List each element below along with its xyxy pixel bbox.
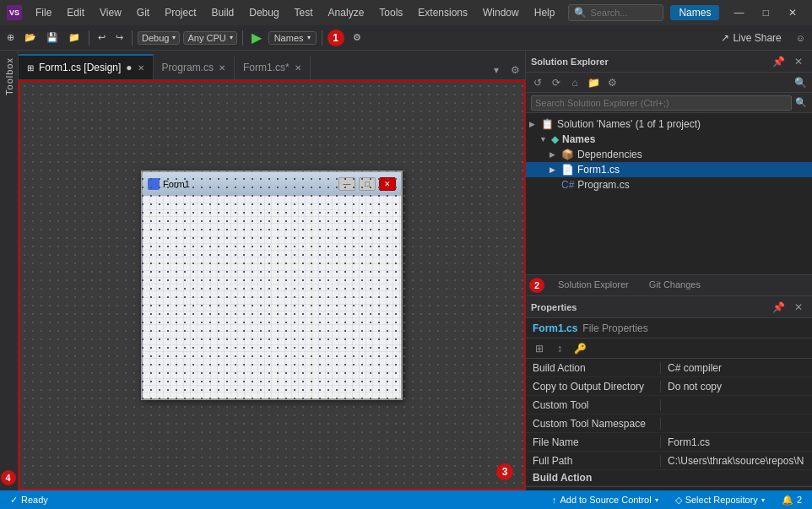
run-config-dropdown[interactable]: Names ▾ (268, 31, 317, 45)
menu-build[interactable]: Build (205, 5, 241, 20)
bell-icon: 🔔 (782, 495, 793, 506)
close-button[interactable]: ✕ (780, 4, 805, 21)
panel-title: Solution Explorer (531, 57, 766, 67)
tab-close-icon[interactable]: ✕ (219, 63, 225, 73)
form-icon: 📄 (561, 164, 574, 176)
feedback-button[interactable]: ☺ (793, 31, 809, 45)
undo-button[interactable]: ↩ (95, 30, 109, 45)
menu-file[interactable]: File (29, 5, 58, 20)
prop-value-full-path: C:\Users\thrak\source\repos\N (661, 455, 810, 467)
notifications-button[interactable]: 🔔 2 (778, 495, 805, 506)
ready-icon: ✓ (10, 495, 18, 506)
menu-help[interactable]: Help (528, 5, 562, 20)
se-home-button[interactable]: ⌂ (566, 74, 583, 91)
se-programcs-label: Program.cs (577, 179, 629, 191)
select-repository-button[interactable]: ◇ Select Repository ▾ (672, 495, 768, 506)
maximize-button[interactable]: □ (753, 4, 778, 21)
tab-solution-explorer[interactable]: Solution Explorer (548, 277, 639, 294)
prop-name-full-path: Full Path (526, 455, 661, 467)
se-item-dependencies[interactable]: ▶ 📦 Dependencies (526, 147, 812, 162)
tab-form1-design[interactable]: ⊞ Form1.cs [Design] ● ✕ (19, 54, 154, 79)
run-button[interactable]: ▶ (248, 30, 265, 46)
designer-canvas[interactable]: Form1 — □ ✕ 3 (19, 80, 525, 490)
save-button[interactable]: 💾 (43, 30, 62, 45)
prop-name-copy-output: Copy to Output Directory (526, 381, 661, 393)
se-pin-button[interactable]: 📌 (770, 53, 787, 70)
menu-window[interactable]: Window (476, 5, 526, 20)
se-item-form1cs[interactable]: ▶ 📄 Form1.cs (526, 162, 812, 177)
toolbox-tab[interactable]: Toolbox (2, 51, 17, 102)
prop-value-file-name: Form1.cs (661, 436, 717, 448)
se-item-names[interactable]: ▼ ◆ Names (526, 132, 812, 147)
se-close-button[interactable]: ✕ (790, 53, 807, 70)
tab-settings-button[interactable]: ⚙ (506, 61, 525, 79)
tab-close-icon[interactable]: ✕ (138, 63, 144, 73)
properties-title-bar: Properties 📌 ✕ (526, 296, 812, 318)
prop-pin-button[interactable]: 📌 (770, 299, 787, 316)
se-show-files-button[interactable]: 📁 (585, 74, 602, 91)
menu-debug[interactable]: Debug (242, 5, 285, 20)
se-item-programcs[interactable]: C# Program.cs (526, 177, 812, 192)
menu-analyze[interactable]: Analyze (322, 5, 371, 20)
props-grid-icon[interactable]: ⊞ (531, 340, 548, 357)
menu-extensions[interactable]: Extensions (411, 5, 474, 20)
solution-icon: 📋 (541, 118, 554, 130)
save-all-button[interactable]: 📁 (65, 30, 84, 45)
chevron-down-icon: ▾ (655, 496, 658, 504)
ready-text: Ready (21, 495, 48, 505)
tab-form1cs[interactable]: Form1.cs* ✕ (235, 54, 311, 79)
prop-row-file-name: File Name Form1.cs (526, 433, 812, 452)
toolbar-more-button[interactable]: ⚙ (349, 30, 365, 45)
menu-project[interactable]: Project (158, 5, 203, 20)
tab-overflow-button[interactable]: ▾ (487, 61, 506, 79)
prop-name-file-name: File Name (526, 436, 661, 448)
menu-tools[interactable]: Tools (372, 5, 409, 20)
menu-test[interactable]: Test (288, 5, 320, 20)
source-control-icon: ↑ (552, 495, 557, 505)
form-body[interactable] (143, 196, 401, 398)
se-sync-button[interactable]: ↺ (529, 74, 546, 91)
live-share-button[interactable]: ↗ Live Share (713, 30, 788, 46)
prop-close-button[interactable]: ✕ (790, 299, 807, 316)
se-settings-button[interactable]: ⚙ (604, 74, 620, 91)
search-input[interactable] (590, 8, 658, 18)
menu-edit[interactable]: Edit (60, 5, 91, 20)
se-names-label: Names (562, 133, 595, 145)
run-label: Names (274, 33, 304, 43)
prop-row-custom-tool: Custom Tool (526, 396, 812, 414)
chevron-down-icon: ▾ (230, 34, 233, 41)
new-project-button[interactable]: ⊕ (3, 30, 18, 45)
se-tree: ▶ 📋 Solution 'Names' (1 of 1 project) ▼ … (526, 113, 812, 274)
form-close-button[interactable]: ✕ (379, 177, 396, 191)
redo-button[interactable]: ↪ (112, 30, 127, 45)
form-window[interactable]: Form1 — □ ✕ (141, 171, 403, 400)
menu-view[interactable]: View (93, 5, 128, 20)
debug-config-label: Debug (142, 33, 169, 43)
form-minimize-button[interactable]: — (338, 177, 355, 191)
tab-close-icon[interactable]: ✕ (295, 63, 301, 73)
debug-config-dropdown[interactable]: Debug ▾ (138, 31, 180, 45)
se-search-input[interactable] (531, 95, 792, 111)
prop-value-build-action: C# compiler (661, 362, 728, 374)
chevron-down-icon: ▾ (761, 496, 765, 504)
expand-icon: ▼ (539, 135, 548, 143)
props-sort-icon[interactable]: ↕ (551, 340, 568, 357)
title-search-box[interactable]: 🔍 (568, 4, 663, 21)
se-item-solution[interactable]: ▶ 📋 Solution 'Names' (1 of 1 project) (526, 116, 812, 132)
se-refresh-button[interactable]: ⟳ (548, 74, 565, 91)
cpu-dropdown[interactable]: Any CPU ▾ (183, 31, 236, 45)
se-solution-label: Solution 'Names' (1 of 1 project) (557, 118, 701, 130)
solution-explorer-title-bar: Solution Explorer 📌 ✕ (526, 51, 812, 73)
open-button[interactable]: 📂 (21, 30, 40, 45)
expand-icon: ▶ (549, 165, 558, 174)
se-search-button[interactable]: 🔍 (792, 74, 809, 91)
add-source-control-button[interactable]: ↑ Add to Source Control ▾ (549, 495, 662, 505)
tab-git-changes[interactable]: Git Changes (639, 277, 711, 294)
tab-program[interactable]: Program.cs ✕ (154, 54, 235, 79)
form-maximize-button[interactable]: □ (359, 177, 376, 191)
status-right: ↑ Add to Source Control ▾ ◇ Select Repos… (549, 495, 805, 506)
notification-count: 2 (797, 495, 802, 505)
props-key-icon[interactable]: 🔑 (571, 340, 588, 357)
menu-git[interactable]: Git (130, 5, 156, 20)
minimize-button[interactable]: — (726, 4, 751, 21)
